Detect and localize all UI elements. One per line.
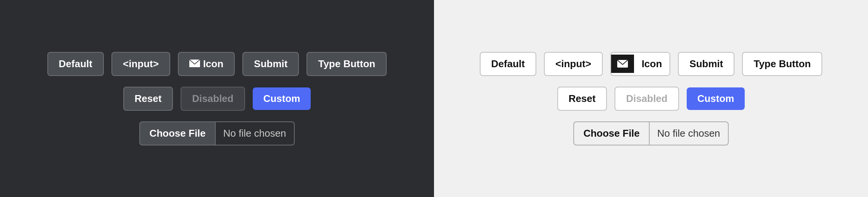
- light-choose-file-button[interactable]: Choose File: [573, 121, 649, 145]
- dark-default-button[interactable]: Default: [47, 52, 104, 76]
- dark-type-button[interactable]: Type Button: [307, 52, 387, 76]
- dark-row-2: Reset Disabled Custom: [123, 87, 311, 111]
- light-reset-button[interactable]: Reset: [557, 87, 607, 111]
- dark-reset-button[interactable]: Reset: [123, 87, 173, 111]
- dark-panel: Default <input> Icon Submit Type Button …: [0, 0, 434, 197]
- light-disabled-button: Disabled: [615, 87, 679, 111]
- light-icon-label: Icon: [634, 53, 670, 75]
- light-submit-button[interactable]: Submit: [678, 52, 734, 76]
- dark-choose-file-button[interactable]: Choose File: [139, 121, 215, 145]
- light-file-row: Choose File No file chosen: [573, 121, 728, 145]
- light-default-button[interactable]: Default: [480, 52, 536, 76]
- light-row-2: Reset Disabled Custom: [557, 87, 745, 111]
- dark-no-file-label: No file chosen: [216, 121, 295, 145]
- envelope-icon-light: [611, 55, 634, 73]
- dark-icon-button[interactable]: Icon: [178, 52, 235, 76]
- dark-disabled-button: Disabled: [181, 87, 245, 111]
- dark-row-1: Default <input> Icon Submit Type Button: [47, 52, 387, 76]
- dark-submit-button[interactable]: Submit: [242, 52, 299, 76]
- light-no-file-label: No file chosen: [650, 121, 729, 145]
- dark-file-row: Choose File No file chosen: [139, 121, 294, 145]
- light-icon-button[interactable]: Icon: [610, 52, 670, 76]
- light-type-button[interactable]: Type Button: [742, 52, 822, 76]
- light-input-button[interactable]: <input>: [544, 52, 603, 76]
- light-custom-button[interactable]: Custom: [687, 87, 745, 110]
- envelope-icon: [189, 58, 200, 70]
- dark-input-button[interactable]: <input>: [111, 52, 170, 76]
- light-row-1: Default <input> Icon Submit Type Button: [480, 52, 822, 76]
- dark-custom-button[interactable]: Custom: [253, 87, 311, 110]
- light-panel: Default <input> Icon Submit Type Button …: [434, 0, 868, 197]
